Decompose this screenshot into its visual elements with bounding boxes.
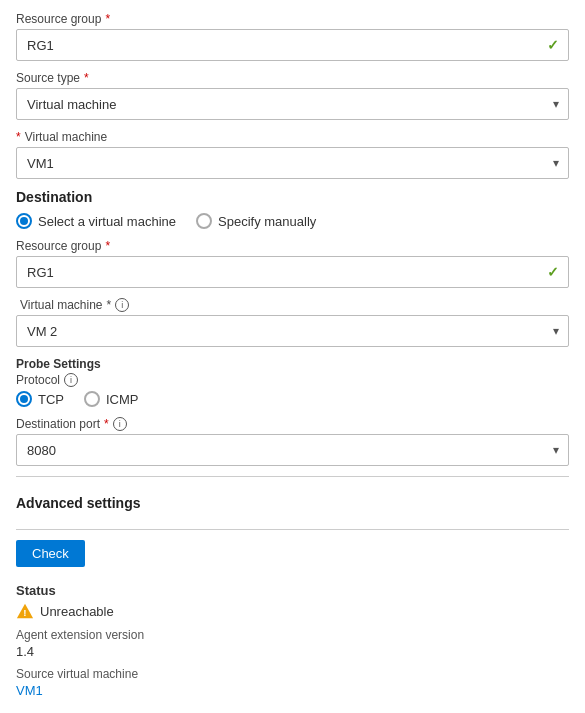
- label-text: Virtual machine: [20, 298, 103, 312]
- radio-icmp[interactable]: ICMP: [84, 391, 139, 407]
- destination-title: Destination: [16, 189, 569, 205]
- label-text: Resource group: [16, 12, 101, 26]
- required-indicator: *: [105, 239, 110, 253]
- label-text: Source type: [16, 71, 80, 85]
- protocol-radio-group: TCP ICMP: [16, 391, 569, 407]
- dest-port-select[interactable]: 8080: [16, 434, 569, 466]
- dest-port-select-wrapper: 8080 ▾: [16, 434, 569, 466]
- dest-resource-group-field: Resource group * RG1 ✓: [16, 239, 569, 288]
- agent-ext-label: Agent extension version: [16, 628, 569, 642]
- radio-specify-manually-circle: [196, 213, 212, 229]
- status-label: Status: [16, 583, 569, 598]
- source-vm-select[interactable]: VM1: [16, 147, 569, 179]
- agent-ext-value: 1.4: [16, 644, 569, 659]
- advanced-settings-label: Advanced settings: [16, 487, 569, 519]
- required-indicator: *: [104, 417, 109, 431]
- radio-tcp-label: TCP: [38, 392, 64, 407]
- dest-resource-group-check-icon: ✓: [547, 264, 559, 280]
- status-value-row: ! Unreachable: [16, 602, 569, 620]
- protocol-label-text: Protocol: [16, 373, 60, 387]
- dest-resource-group-label: Resource group *: [16, 239, 569, 253]
- dest-vm-select-wrapper: VM 2 ▾: [16, 315, 569, 347]
- svg-text:!: !: [23, 607, 26, 618]
- dest-port-field: Destination port * i 8080 ▾: [16, 417, 569, 466]
- check-button[interactable]: Check: [16, 540, 85, 567]
- dest-port-label: Destination port * i: [16, 417, 569, 431]
- destination-radio-group: Select a virtual machine Specify manuall…: [16, 213, 569, 229]
- dest-vm-info-icon[interactable]: i: [115, 298, 129, 312]
- source-vm-field: * Virtual machine VM1 ▾: [16, 130, 569, 179]
- probe-settings-section: Probe Settings Protocol i TCP ICMP: [16, 357, 569, 407]
- divider-1: [16, 476, 569, 477]
- source-vm-label: * Virtual machine: [16, 130, 569, 144]
- label-text: Virtual machine: [25, 130, 108, 144]
- protocol-info-icon[interactable]: i: [64, 373, 78, 387]
- label-text: Resource group: [16, 239, 101, 253]
- dest-resource-group-select-wrapper: RG1 ✓: [16, 256, 569, 288]
- radio-select-vm[interactable]: Select a virtual machine: [16, 213, 176, 229]
- required-indicator: *: [84, 71, 89, 85]
- source-type-label: Source type *: [16, 71, 569, 85]
- source-vm-select-wrapper: VM1 ▾: [16, 147, 569, 179]
- source-type-select[interactable]: Virtual machine: [16, 88, 569, 120]
- radio-tcp-circle: [16, 391, 32, 407]
- resource-group-check-icon: ✓: [547, 37, 559, 53]
- required-indicator: *: [16, 130, 21, 144]
- required-indicator: *: [105, 12, 110, 26]
- radio-icmp-circle: [84, 391, 100, 407]
- status-unreachable-text: Unreachable: [40, 604, 114, 619]
- protocol-label: Protocol i: [16, 373, 569, 387]
- dest-vm-select[interactable]: VM 2: [16, 315, 569, 347]
- status-section: Status ! Unreachable Agent extension ver…: [16, 583, 569, 698]
- source-type-field: Source type * Virtual machine ▾: [16, 71, 569, 120]
- radio-select-vm-label: Select a virtual machine: [38, 214, 176, 229]
- resource-group-field: Resource group * RG1 ✓: [16, 12, 569, 61]
- radio-select-vm-circle: [16, 213, 32, 229]
- divider-2: [16, 529, 569, 530]
- dest-vm-label: Virtual machine * i: [16, 298, 569, 312]
- dest-port-info-icon[interactable]: i: [113, 417, 127, 431]
- resource-group-label: Resource group *: [16, 12, 569, 26]
- dest-resource-group-select[interactable]: RG1: [16, 256, 569, 288]
- radio-specify-manually[interactable]: Specify manually: [196, 213, 316, 229]
- probe-settings-label: Probe Settings: [16, 357, 569, 371]
- destination-section: Destination Select a virtual machine Spe…: [16, 189, 569, 229]
- source-vm-link[interactable]: VM1: [16, 683, 43, 698]
- required-indicator: *: [107, 298, 112, 312]
- radio-tcp[interactable]: TCP: [16, 391, 64, 407]
- radio-specify-manually-label: Specify manually: [218, 214, 316, 229]
- source-vm-meta-label: Source virtual machine: [16, 667, 569, 681]
- dest-vm-field: Virtual machine * i VM 2 ▾: [16, 298, 569, 347]
- source-type-select-wrapper: Virtual machine ▾: [16, 88, 569, 120]
- warning-icon: !: [16, 602, 34, 620]
- label-text: Destination port: [16, 417, 100, 431]
- radio-icmp-label: ICMP: [106, 392, 139, 407]
- resource-group-select[interactable]: RG1: [16, 29, 569, 61]
- resource-group-select-wrapper: RG1 ✓: [16, 29, 569, 61]
